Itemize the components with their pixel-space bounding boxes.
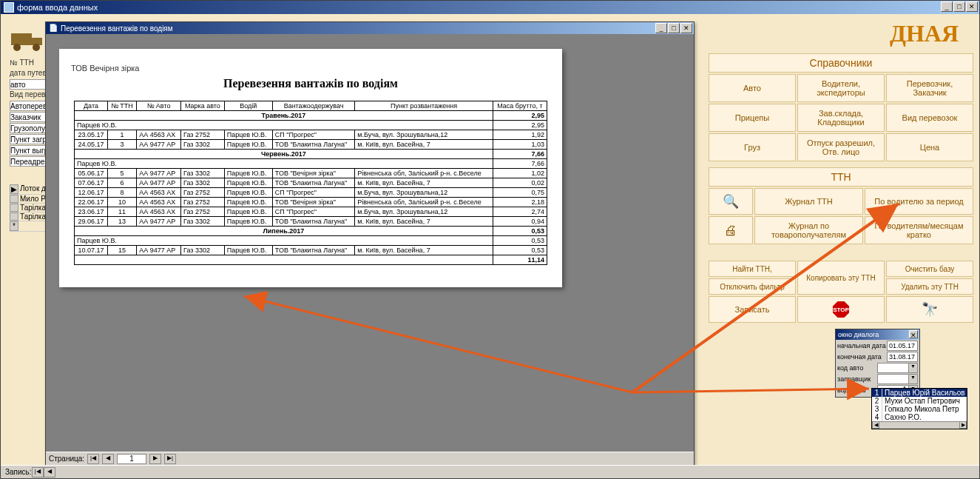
page-next-button[interactable]: ▶	[149, 454, 161, 464]
gruz-button[interactable]: Груз	[709, 133, 796, 161]
section-ttn: ТТН	[709, 167, 973, 187]
report-body[interactable]: ТОВ Вечірня зірка Перевезення вантажів п…	[46, 34, 694, 452]
code-avto-combo[interactable]: ▼	[877, 363, 918, 373]
row-selector[interactable]	[10, 212, 18, 221]
row-new[interactable]: *	[10, 221, 18, 231]
chevron-down-icon: ▼	[908, 375, 917, 383]
report-icon: 📄	[49, 24, 58, 33]
otkl-filter-button[interactable]: Отключить фильтр	[709, 278, 796, 295]
row-selector[interactable]: ▶	[10, 184, 18, 194]
avto-button[interactable]: Авто	[709, 74, 796, 102]
report-window-title: Перевезення вантажів по водіям	[61, 24, 173, 33]
voditeli-button[interactable]: Водители, экспедиторы	[797, 74, 885, 102]
zapravshik-combo[interactable]: ▼	[877, 374, 918, 384]
stop-icon: STOP	[833, 301, 849, 318]
minimize-button[interactable]: _	[941, 1, 953, 12]
po-voditelyam-kratko-button[interactable]: По водителям/месяцам кратко	[865, 216, 973, 244]
report-window: 📄 Перевезення вантажів по водіям _ □ ✕ Т…	[45, 21, 695, 466]
stop-button[interactable]: STOP	[797, 296, 885, 323]
po-voditelu-period-button[interactable]: По водителю за период	[865, 188, 973, 215]
journal-tovar-button[interactable]: Журнал по товарополучателям	[754, 216, 863, 244]
page-last-button[interactable]: ▶|	[164, 454, 176, 464]
rec-first-button[interactable]: |◀	[32, 467, 44, 478]
dropdown-item[interactable]: 1Парцев Юрій Васильов	[872, 389, 967, 397]
report-statusbar: Страница: |◀ ◀ ▶ ▶|	[46, 452, 694, 465]
dialog-close-button[interactable]: ✕	[909, 330, 918, 338]
left-label: № ТТН	[10, 58, 50, 69]
print-icon-button[interactable]: 🖨	[709, 216, 753, 244]
punkt-vygr-input[interactable]	[10, 145, 50, 155]
dropdown-item[interactable]: 2Мухи Остап Петрович	[872, 397, 967, 405]
bottom-statusbar: Запись: |◀ ◀	[1, 465, 979, 478]
truck-icon	[10, 27, 47, 53]
autoperev-input[interactable]	[10, 101, 50, 111]
dialog-titlebar: окно диалога ✕	[836, 329, 919, 340]
rec-prev-button[interactable]: ◀	[44, 467, 55, 478]
code-avto-label: код авто	[837, 364, 877, 372]
report-table: Дата№ ТТН№ АвтоМарка автоВодійВантажооде…	[74, 101, 547, 265]
report-maximize-button[interactable]: □	[668, 23, 680, 33]
punkt-zagr-input[interactable]	[10, 134, 50, 144]
page-input[interactable]	[117, 454, 146, 464]
zavsklada-button[interactable]: Зав.склада, Кладовщики	[797, 104, 885, 132]
voditel-dropdown: 1Парцев Юрій Васильов 2Мухи Остап Петров…	[871, 388, 967, 429]
binoculars-button[interactable]: 🔭	[886, 296, 973, 323]
zapravshik-label: заправщик	[837, 375, 877, 383]
dropdown-item[interactable]: 3Гопкало Микола Петр	[872, 405, 967, 413]
report-titlebar: 📄 Перевезення вантажів по водіям _ □ ✕	[46, 22, 694, 34]
start-date-label: начальная дата	[837, 342, 887, 349]
report-org: ТОВ Вечірня зірка	[67, 64, 555, 73]
app-icon	[4, 2, 14, 13]
report-close-button[interactable]: ✕	[680, 23, 692, 33]
zapisat-button[interactable]: Записать	[709, 296, 796, 323]
gruzopoluch-input[interactable]	[10, 123, 50, 133]
section-spravochniki: Справочники	[709, 53, 973, 73]
chevron-down-icon: ▼	[908, 364, 917, 372]
report-page: ТОВ Вечірня зірка Перевезення вантажів п…	[59, 49, 562, 287]
end-date-label: конечная дата	[837, 353, 887, 361]
vid-perevozok-button[interactable]: Вид перевозок	[886, 104, 973, 132]
otpusk-button[interactable]: Отпуск разрешил, Отв. лицо	[797, 133, 885, 161]
outer-title: форма ввода данных	[17, 3, 98, 12]
page-label: Страница:	[49, 455, 84, 463]
najti-ttn-button[interactable]: Найти ТТН,	[709, 261, 796, 277]
close-button[interactable]: ✕	[966, 1, 978, 12]
report-title: Перевезення вантажів по водіям	[67, 77, 555, 90]
row-selector[interactable]	[10, 204, 18, 212]
svg-point-2	[13, 44, 21, 51]
kopirovat-button[interactable]: Копировать эту ТТН	[797, 261, 885, 295]
end-date-input[interactable]	[887, 352, 918, 362]
search-icon-button[interactable]: 🔍	[709, 188, 753, 215]
cena-button[interactable]: Цена	[886, 133, 973, 161]
journal-ttn-button[interactable]: Журнал ТТН	[754, 188, 863, 215]
row-selector[interactable]	[10, 195, 18, 203]
left-label: дата путев	[10, 69, 50, 79]
scroll-right-icon[interactable]: ▶	[959, 421, 967, 429]
dropdown-scrollbar[interactable]: ◀▶	[872, 421, 967, 429]
udalit-button[interactable]: Удалить эту ТТН	[886, 278, 973, 295]
report-minimize-button[interactable]: _	[655, 23, 667, 33]
svg-rect-0	[11, 33, 32, 45]
start-date-input[interactable]	[887, 341, 918, 351]
page-prev-button[interactable]: ◀	[102, 454, 114, 464]
pereadres-input[interactable]	[10, 156, 50, 167]
dropdown-item[interactable]: 4Сахно Р.О.	[872, 413, 967, 421]
pricepy-button[interactable]: Прицепы	[709, 104, 796, 132]
dialog-title: окно диалога	[838, 331, 879, 338]
perevozchik-button[interactable]: Перевозчик, Заказчик	[886, 74, 973, 102]
left-form: № ТТН дата путев Вид переве	[10, 58, 50, 167]
ochistit-button[interactable]: Очистить базу	[886, 261, 973, 277]
zakazchik-input[interactable]	[10, 112, 50, 122]
left-label: Вид переве	[10, 90, 50, 101]
page-first-button[interactable]: |◀	[87, 454, 99, 464]
avto-input[interactable]	[10, 79, 50, 90]
svg-point-3	[33, 44, 40, 51]
page-title: ДНАЯ	[709, 20, 973, 47]
scroll-left-icon[interactable]: ◀	[872, 421, 879, 429]
record-label: Запись:	[5, 468, 32, 476]
outer-titlebar: форма ввода данных _ □ ✕	[1, 1, 979, 14]
maximize-button[interactable]: □	[953, 1, 965, 12]
